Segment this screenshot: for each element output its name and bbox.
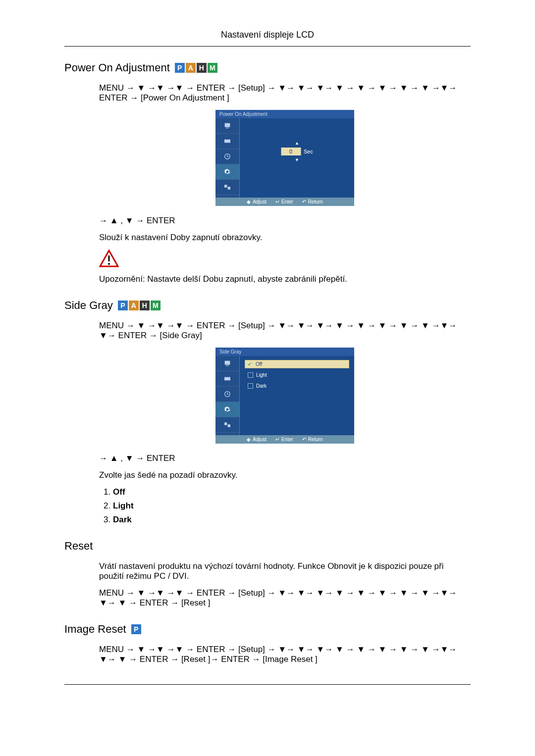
option-list: Off Light Dark	[99, 487, 471, 525]
badge-m: M	[151, 301, 160, 310]
osd-option-label: Off	[256, 361, 262, 367]
section-title-text: Side Gray	[64, 299, 113, 312]
osd-title: Power On Adjustment	[215, 110, 354, 118]
list-item: Dark	[113, 515, 471, 525]
osd-option-off: ✔ Off	[245, 360, 349, 368]
return-icon: ↶	[302, 199, 306, 204]
section-title-reset: Reset	[64, 540, 471, 553]
osd-tab-time	[215, 387, 239, 402]
osd-footer: ◆Adjust ↵Enter ↶Return	[215, 198, 354, 206]
badge-a: A	[129, 301, 139, 310]
osd-option-label: Dark	[256, 383, 267, 389]
osd-down-icon: ▼	[295, 157, 299, 162]
osd-main: ▲ 0 Sec ▼	[240, 118, 354, 198]
osd-side-gray: Side Gray ✔ Off	[215, 348, 354, 444]
badge-p: P	[131, 624, 141, 634]
osd-title: Side Gray	[215, 348, 354, 356]
osd-sidebar	[215, 356, 240, 435]
menu-path: MENU → ▼ →▼ →▼ → ENTER → [Setup] → ▼→ ▼→…	[99, 588, 471, 608]
section-title-text: Image Reset	[64, 623, 126, 636]
osd-sidebar	[215, 118, 240, 198]
menu-path: MENU → ▼ →▼ →▼ → ENTER → [Setup] → ▼→ ▼→…	[99, 321, 471, 341]
osd-option-label: Light	[256, 372, 267, 378]
osd-tab-time	[215, 149, 239, 164]
osd-unit: Sec	[304, 149, 313, 154]
badge-a: A	[186, 63, 196, 73]
osd-tab-setup	[215, 164, 239, 180]
list-item: Off	[113, 487, 471, 497]
badge-row: P A H M	[175, 63, 217, 73]
enter-icon: ↵	[275, 437, 279, 442]
return-icon: ↶	[302, 437, 306, 442]
footer-return: Return	[308, 199, 323, 204]
osd-tab-multi	[215, 417, 239, 433]
section-title-side-gray: Side Gray P A H M	[64, 299, 471, 312]
after-osd-nav: → ▲ , ▼ → ENTER	[99, 454, 471, 463]
badge-m: M	[208, 63, 217, 73]
section-desc: Slouží k nastavení Doby zapnutí obrazovk…	[99, 233, 471, 243]
menu-path: MENU → ▼ →▼ →▼ → ENTER → [Setup] → ▼→ ▼→…	[99, 83, 471, 103]
page-header: Nastavení displeje LCD	[64, 30, 471, 40]
top-rule	[64, 46, 471, 47]
menu-path: MENU → ▼ →▼ →▼ → ENTER → [Setup] → ▼→ ▼→…	[99, 645, 471, 664]
osd-tab-multi	[215, 180, 239, 195]
section-title-power-on: Power On Adjustment P A H M	[64, 61, 471, 74]
footer-enter: Enter	[281, 437, 293, 442]
badge-p: P	[175, 63, 185, 73]
badge-row: P A H M	[118, 301, 160, 310]
badge-h: H	[197, 63, 207, 73]
section-title-text: Power On Adjustment	[64, 61, 170, 74]
list-item: Light	[113, 501, 471, 511]
caution-text: Upozornění: Nastavte delší Dobu zapnutí,…	[99, 274, 471, 284]
option-label: Off	[113, 487, 125, 497]
section-title-text: Reset	[64, 540, 93, 552]
osd-footer: ◆Adjust ↵Enter ↶Return	[215, 435, 354, 444]
enter-icon: ↵	[275, 199, 279, 204]
section-desc: Vrátí nastavení produktu na výchozí tová…	[99, 561, 471, 581]
adjust-icon: ◆	[247, 199, 251, 204]
footer-adjust: Adjust	[253, 199, 267, 204]
caution-icon	[99, 250, 119, 267]
check-icon: ✔	[248, 361, 253, 367]
footer-return: Return	[308, 437, 323, 442]
osd-option-dark: Dark	[245, 382, 349, 390]
badge-h: H	[140, 301, 150, 310]
footer-enter: Enter	[281, 199, 293, 204]
osd-tab-image	[215, 118, 239, 134]
badge-p: P	[118, 301, 128, 310]
svg-point-3	[108, 263, 110, 265]
osd-tab-setup	[215, 402, 239, 417]
footer-adjust: Adjust	[253, 437, 267, 442]
osd-up-icon: ▲	[295, 141, 299, 146]
osd-value: 0	[281, 148, 301, 155]
box-icon	[248, 372, 253, 378]
section-title-image-reset: Image Reset P	[64, 623, 471, 636]
osd-power-on: Power On Adjustment ▲ 0	[215, 110, 354, 206]
option-label: Dark	[113, 515, 132, 524]
adjust-icon: ◆	[247, 437, 251, 442]
osd-tab-image	[215, 356, 239, 371]
osd-tab-input	[215, 134, 239, 149]
option-label: Light	[113, 501, 134, 510]
section-desc: Zvolte jas šedé na pozadí obrazovky.	[99, 470, 471, 480]
box-icon	[248, 383, 253, 389]
bottom-rule	[64, 684, 471, 685]
osd-option-light: Light	[245, 371, 349, 379]
after-osd-nav: → ▲ , ▼ → ENTER	[99, 216, 471, 226]
osd-main: ✔ Off Light Dark	[240, 356, 354, 435]
badge-row: P	[131, 624, 141, 634]
osd-tab-input	[215, 371, 239, 387]
